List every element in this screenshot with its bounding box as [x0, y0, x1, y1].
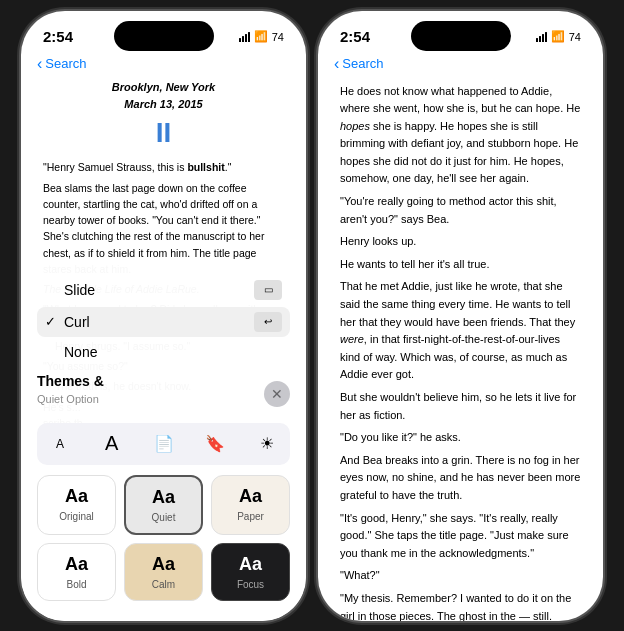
font-bookmark-icon[interactable]: 🔖	[200, 429, 230, 459]
back-button-right[interactable]: ‹ Search	[334, 55, 384, 73]
chapter-numeral: II	[43, 116, 284, 150]
theme-paper-label: Paper	[237, 511, 264, 522]
themes-grid: Aa Original Aa Quiet Aa Paper Aa Bold	[37, 475, 290, 601]
wifi-icon-right: 📶	[551, 30, 565, 43]
theme-calm-label: Calm	[152, 579, 175, 590]
signal-icon-right	[536, 32, 547, 42]
font-small-a[interactable]: A	[45, 429, 75, 459]
time-left: 2:54	[43, 28, 73, 45]
battery-icon-right: 74	[569, 31, 581, 43]
chevron-left-icon: ‹	[37, 55, 42, 73]
phone-right: 2:54 📶 74 ‹ Search	[318, 11, 603, 621]
theme-focus-aa: Aa	[239, 554, 262, 575]
theme-bold-aa: Aa	[65, 554, 88, 575]
status-icons-left: 📶 74	[239, 30, 284, 43]
font-doc-icon[interactable]: 📄	[149, 429, 179, 459]
themes-section-label: Themes & Quiet Option	[37, 373, 104, 415]
font-controls: A A 📄 🔖 ☀	[37, 423, 290, 465]
theme-calm-aa: Aa	[152, 554, 175, 575]
close-panel-button[interactable]: ✕	[264, 381, 290, 407]
overlay-panel: ✓ Slide ▭ ✓ Curl ↩ ✓ None	[21, 263, 306, 621]
curl-label: Curl	[64, 314, 254, 330]
wifi-icon: 📶	[254, 30, 268, 43]
theme-original[interactable]: Aa Original	[37, 475, 116, 535]
themes-header-row: Themes & Quiet Option ✕	[37, 373, 290, 415]
none-label: None	[64, 344, 282, 360]
back-button-left[interactable]: ‹ Search	[37, 55, 87, 73]
theme-bold-label: Bold	[66, 579, 86, 590]
font-brightness-icon[interactable]: ☀	[252, 429, 282, 459]
battery-icon: 74	[272, 31, 284, 43]
reading-content: He does not know what happened to Addie,…	[318, 79, 603, 621]
theme-quiet-aa: Aa	[152, 487, 175, 508]
curl-icon: ↩	[254, 312, 282, 332]
chevron-left-icon-right: ‹	[334, 55, 339, 73]
theme-focus[interactable]: Aa Focus	[211, 543, 290, 601]
book-location: Brooklyn, New York March 13, 2015	[43, 79, 284, 114]
font-large-a[interactable]: A	[97, 429, 127, 459]
theme-quiet[interactable]: Aa Quiet	[124, 475, 203, 535]
theme-calm[interactable]: Aa Calm	[124, 543, 203, 601]
signal-icon	[239, 32, 250, 42]
slide-icon: ▭	[254, 280, 282, 300]
theme-bold[interactable]: Aa Bold	[37, 543, 116, 601]
theme-paper[interactable]: Aa Paper	[211, 475, 290, 535]
scroll-options: ✓ Slide ▭ ✓ Curl ↩ ✓ None	[37, 275, 290, 365]
nav-bar-left: ‹ Search	[21, 53, 306, 79]
nav-bar-right: ‹ Search	[318, 53, 603, 79]
theme-focus-label: Focus	[237, 579, 264, 590]
checkmark-curl: ✓	[45, 314, 56, 329]
theme-original-aa: Aa	[65, 486, 88, 507]
dynamic-island-right	[411, 21, 511, 51]
status-icons-right: 📶 74	[536, 30, 581, 43]
theme-paper-aa: Aa	[239, 486, 262, 507]
theme-quiet-label: Quiet	[152, 512, 176, 523]
slide-label: Slide	[64, 282, 254, 298]
phone-left: 2:54 📶 74 ‹ Search	[21, 11, 306, 621]
book-header: Brooklyn, New York March 13, 2015 II	[43, 79, 284, 150]
scroll-option-none[interactable]: ✓ None	[37, 339, 290, 365]
theme-original-label: Original	[59, 511, 93, 522]
time-right: 2:54	[340, 28, 370, 45]
scroll-option-slide[interactable]: ✓ Slide ▭	[37, 275, 290, 305]
scroll-option-curl[interactable]: ✓ Curl ↩	[37, 307, 290, 337]
dynamic-island	[114, 21, 214, 51]
